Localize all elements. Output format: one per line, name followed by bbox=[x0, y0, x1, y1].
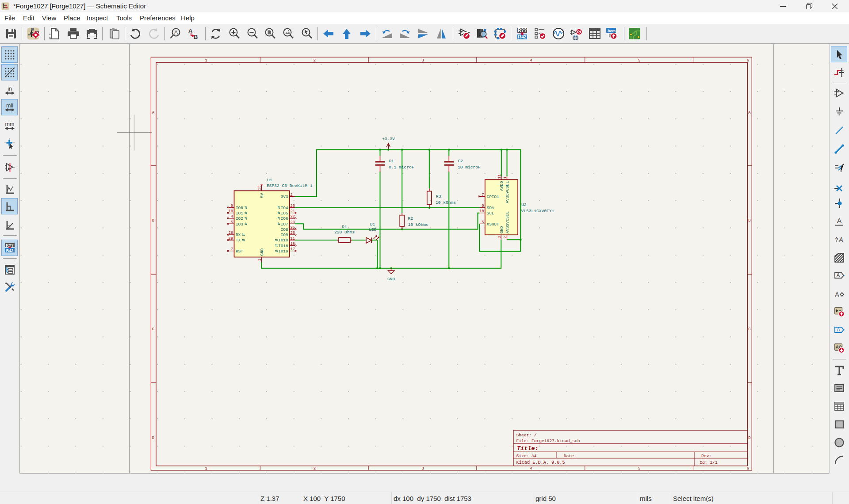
svg-text:RST: RST bbox=[236, 249, 243, 254]
svg-text:10 kOhms: 10 kOhms bbox=[408, 222, 428, 227]
svg-text:29: 29 bbox=[228, 237, 233, 241]
svg-text:10: 10 bbox=[228, 209, 233, 214]
svg-text:SDA: SDA bbox=[487, 206, 494, 210]
svg-text:10: 10 bbox=[479, 209, 484, 214]
svg-text:GND: GND bbox=[387, 277, 395, 282]
svg-text:AVDDVCSEL: AVDDVCSEL bbox=[505, 181, 510, 203]
svg-text:+3.3V: +3.3V bbox=[382, 137, 395, 141]
svg-text:10 kOhms: 10 kOhms bbox=[436, 200, 456, 205]
svg-text:11: 11 bbox=[291, 237, 295, 241]
svg-text:D: D bbox=[748, 436, 750, 440]
svg-text:AVDD: AVDD bbox=[499, 181, 504, 191]
svg-text:26: 26 bbox=[291, 231, 295, 235]
svg-text:LED: LED bbox=[369, 227, 377, 232]
svg-text:U1: U1 bbox=[267, 178, 272, 183]
svg-text:AVSSVCSEL: AVSSVCSEL bbox=[505, 211, 510, 233]
svg-text:IO9: IO9 bbox=[281, 233, 288, 237]
svg-text:3V3: 3V3 bbox=[281, 195, 288, 199]
svg-text:.bom: .bom bbox=[607, 29, 616, 33]
svg-text:File: Forge1027.kicad_sch: File: Forge1027.kicad_sch bbox=[516, 439, 580, 443]
svg-text:1: 1 bbox=[503, 176, 508, 179]
svg-text:IO19: IO19 bbox=[278, 249, 288, 254]
svg-text:mil: mil bbox=[6, 103, 13, 109]
svg-text:18: 18 bbox=[291, 242, 295, 246]
svg-text:IO6: IO6 bbox=[281, 216, 288, 221]
svg-text:IO18: IO18 bbox=[278, 244, 288, 248]
svg-text:21: 21 bbox=[291, 209, 295, 214]
svg-text:9: 9 bbox=[231, 204, 233, 208]
svg-text:A: A bbox=[836, 345, 839, 350]
svg-text:13: 13 bbox=[257, 185, 262, 190]
svg-text:TX: TX bbox=[236, 238, 241, 243]
svg-text:3: 3 bbox=[421, 466, 424, 471]
svg-text:2: 2 bbox=[314, 466, 316, 471]
svg-text:A: A bbox=[748, 111, 751, 115]
svg-text:25: 25 bbox=[291, 225, 295, 230]
svg-text:IO5: IO5 bbox=[281, 211, 288, 216]
svg-text:KiCad E.D.A. 9.0.5: KiCad E.D.A. 9.0.5 bbox=[516, 460, 565, 465]
svg-text:3: 3 bbox=[497, 236, 502, 238]
svg-text:in: in bbox=[8, 86, 12, 92]
svg-text:ESP32-C3-DevKitM-1: ESP32-C3-DevKitM-1 bbox=[267, 183, 313, 188]
svg-text:R1: R1 bbox=[342, 225, 347, 229]
svg-text:IO3: IO3 bbox=[236, 222, 243, 227]
svg-text:A: A bbox=[174, 29, 178, 36]
svg-text:A: A bbox=[837, 217, 841, 224]
svg-text:Size: A4: Size: A4 bbox=[516, 454, 537, 458]
svg-text:5: 5 bbox=[638, 58, 640, 63]
svg-text:22: 22 bbox=[291, 214, 295, 219]
svg-text:SCL: SCL bbox=[487, 211, 494, 216]
svg-text:GPIO1: GPIO1 bbox=[487, 195, 499, 199]
svg-text:Sheet: /: Sheet: / bbox=[516, 433, 537, 438]
svg-text:5: 5 bbox=[638, 466, 640, 471]
svg-text:C: C bbox=[748, 327, 750, 332]
svg-text:5V: 5V bbox=[260, 193, 264, 198]
svg-text:R??: R?? bbox=[518, 27, 527, 33]
svg-text:A: A bbox=[838, 236, 843, 243]
svg-text:4: 4 bbox=[231, 214, 233, 219]
svg-text:A: A bbox=[835, 291, 839, 298]
svg-text:D: D bbox=[152, 436, 154, 440]
svg-text:A: A bbox=[836, 272, 840, 279]
svg-text:28: 28 bbox=[228, 231, 233, 235]
svg-text:9: 9 bbox=[482, 204, 484, 208]
svg-text:B: B bbox=[748, 218, 750, 223]
svg-text:5: 5 bbox=[231, 220, 233, 225]
svg-text:20: 20 bbox=[291, 204, 295, 208]
svg-text:C2: C2 bbox=[458, 159, 463, 164]
svg-text:RX: RX bbox=[236, 233, 241, 237]
svg-text:4: 4 bbox=[530, 466, 532, 471]
svg-text:5: 5 bbox=[482, 220, 484, 225]
svg-text:A: A bbox=[837, 327, 840, 333]
svg-text:6: 6 bbox=[747, 466, 749, 471]
svg-text:1: 1 bbox=[205, 58, 207, 63]
svg-text:IO2: IO2 bbox=[236, 216, 243, 221]
svg-text:220 Ohms: 220 Ohms bbox=[334, 230, 355, 235]
svg-text:U2: U2 bbox=[521, 202, 527, 207]
svg-text:IO7: IO7 bbox=[281, 222, 288, 227]
svg-text:Date:: Date: bbox=[564, 454, 577, 458]
svg-text:1: 1 bbox=[205, 466, 207, 471]
svg-text:Title:: Title: bbox=[517, 445, 539, 452]
svg-text:17: 17 bbox=[291, 247, 295, 252]
svg-text:mm: mm bbox=[5, 121, 15, 127]
svg-text:R3: R3 bbox=[436, 194, 441, 199]
svg-text:R42: R42 bbox=[6, 248, 14, 253]
svg-text:2: 2 bbox=[291, 193, 293, 197]
svg-text:IO10: IO10 bbox=[278, 238, 288, 243]
svg-text:B: B bbox=[194, 34, 198, 40]
svg-text:VL53L1CXV0FY1: VL53L1CXV0FY1 bbox=[521, 209, 555, 214]
svg-text:1: 1 bbox=[258, 259, 262, 261]
svg-text:XSHUT: XSHUT bbox=[487, 222, 499, 227]
svg-text:B: B bbox=[152, 218, 154, 223]
svg-text:IO8: IO8 bbox=[281, 227, 288, 232]
svg-text:Rev:: Rev: bbox=[701, 454, 711, 458]
svg-text:IO0: IO0 bbox=[236, 206, 243, 210]
svg-text:C: C bbox=[152, 327, 154, 332]
svg-text:10 microF: 10 microF bbox=[458, 165, 481, 170]
svg-text:6: 6 bbox=[747, 58, 749, 63]
svg-text:GND: GND bbox=[260, 248, 264, 256]
svg-text:11: 11 bbox=[497, 174, 502, 179]
svg-text:0.1 microF: 0.1 microF bbox=[389, 165, 414, 170]
svg-text:IO1: IO1 bbox=[236, 211, 243, 216]
